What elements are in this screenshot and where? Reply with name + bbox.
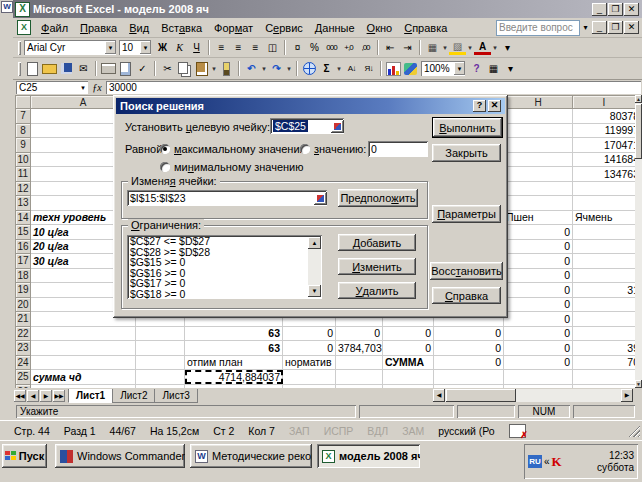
reset-button[interactable]: Восстановить — [430, 262, 503, 280]
toolbar-grip[interactable] — [18, 62, 21, 76]
chevron-down-icon[interactable]: ▾ — [105, 41, 116, 54]
cell-H12[interactable] — [504, 181, 573, 196]
mail-icon[interactable]: ✉ — [75, 61, 92, 77]
cell-I16[interactable] — [573, 239, 636, 254]
menu-Файл[interactable]: Файл — [35, 20, 74, 36]
scroll-up-icon[interactable]: ▲ — [308, 237, 321, 249]
add-button[interactable]: Добавить — [338, 234, 416, 251]
maximize-button[interactable]: ❐ — [608, 3, 623, 16]
chevron-down-icon[interactable]: ▾ — [441, 40, 449, 56]
borders-icon[interactable]: ▦ — [424, 40, 441, 56]
by-changing-field[interactable]: $I$15:$I$23 — [127, 190, 327, 206]
font-color-icon[interactable]: А — [474, 40, 491, 55]
insert-function-icon[interactable]: ƒx — [88, 82, 106, 93]
horizontal-scrollbar[interactable]: ◀ ▶ — [433, 389, 633, 402]
decrease-indent-icon[interactable]: ⇤ — [382, 40, 399, 56]
chart-wizard-icon[interactable] — [385, 61, 402, 77]
row-header-7[interactable]: 7 — [16, 109, 31, 124]
cell-H14[interactable]: Пшен — [504, 210, 573, 225]
kaspersky-icon[interactable]: K — [552, 454, 562, 470]
align-right-icon[interactable]: ≡ — [247, 40, 264, 56]
thousands-icon[interactable]: 000 — [323, 40, 340, 56]
workbook-restore-button[interactable]: ❐ — [608, 21, 623, 34]
taskbar-button[interactable]: Windows Commander 4.... — [55, 444, 185, 468]
constraints-scrollbar[interactable]: ▲ ▼ — [308, 237, 321, 297]
hyperlink-icon[interactable] — [301, 61, 318, 77]
cell-E24[interactable] — [336, 355, 383, 370]
name-box[interactable]: C25 ▾ — [16, 81, 88, 94]
save-icon[interactable] — [58, 61, 75, 77]
italic-icon[interactable]: К — [171, 40, 188, 56]
help-icon[interactable]: ? — [468, 61, 485, 77]
cell-H17[interactable]: 0 — [504, 254, 573, 269]
row-header-25[interactable]: 25 — [16, 370, 31, 385]
cell-I7[interactable]: 80378 — [573, 109, 636, 124]
collapse-dialog-icon[interactable] — [314, 192, 327, 205]
row-header-11[interactable]: 11 — [16, 167, 31, 182]
row-header-22[interactable]: 22 — [16, 326, 31, 341]
cell-D23[interactable]: 0 — [283, 341, 336, 356]
undo-icon[interactable]: ↶ — [243, 61, 260, 77]
cell-I8[interactable]: 119997 — [573, 123, 636, 138]
menu-Вставка[interactable]: Вставка — [155, 20, 208, 36]
constraint-item[interactable]: $G$18 >= 0 — [130, 289, 307, 300]
cell-C23[interactable]: 63 — [185, 341, 283, 356]
row-header-24[interactable]: 24 — [16, 355, 31, 370]
target-cell-field[interactable]: $C$25 — [270, 118, 344, 134]
sort-descending-icon[interactable]: Я↓ — [360, 61, 377, 77]
scrollbar-thumb[interactable] — [635, 104, 642, 159]
next-sheet-icon[interactable]: ▶ — [40, 390, 52, 402]
cell-I12[interactable] — [573, 181, 636, 196]
cell-H20[interactable]: 0 — [504, 297, 573, 312]
menu-Правка[interactable]: Правка — [74, 20, 123, 36]
cell-I9[interactable]: 170471 — [573, 138, 636, 153]
select-all-corner[interactable] — [16, 96, 31, 109]
increase-indent-icon[interactable]: ⇥ — [399, 40, 416, 56]
cell-H22[interactable]: 0 — [504, 326, 573, 341]
row-header-9[interactable]: 9 — [16, 138, 31, 153]
close-button[interactable]: ✕ — [624, 3, 639, 16]
cell-I10[interactable]: 141684 — [573, 152, 636, 167]
decrease-decimal-icon[interactable]: ,00 — [357, 40, 374, 56]
minimize-button[interactable]: _ — [592, 3, 607, 16]
underline-icon[interactable]: Ч — [188, 40, 205, 56]
sheet-tab-Лист3[interactable]: Лист3 — [154, 389, 197, 403]
cell-B24[interactable] — [136, 355, 185, 370]
row-header-8[interactable]: 8 — [16, 123, 31, 138]
spelling-icon[interactable]: ✓ — [134, 61, 151, 77]
cut-icon[interactable]: ✂ — [159, 61, 176, 77]
close-button[interactable]: Закрыть — [432, 144, 501, 162]
row-header-10[interactable]: 10 — [16, 152, 31, 167]
start-button[interactable]: Пуск — [2, 444, 47, 468]
chevron-down-icon[interactable]: ▾ — [335, 61, 343, 77]
autosum-icon[interactable]: Σ — [318, 61, 335, 77]
format-painter-icon[interactable] — [218, 61, 235, 77]
radio-value-label[interactable]: значению: — [314, 143, 366, 155]
print-preview-icon[interactable] — [117, 61, 134, 77]
paste-icon[interactable] — [193, 61, 210, 77]
cell-E22[interactable]: 0 — [336, 326, 383, 341]
row-header-15[interactable]: 15 — [16, 225, 31, 240]
cell-D24[interactable]: норматив — [283, 355, 336, 370]
currency-icon[interactable]: ¤ — [289, 40, 306, 56]
chevron-down-icon[interactable]: ▾ — [140, 41, 151, 54]
cell-H10[interactable] — [504, 152, 573, 167]
cell-E25[interactable] — [336, 370, 383, 385]
cell-A24[interactable] — [31, 355, 136, 370]
cell-G23[interactable]: 0 — [434, 341, 504, 356]
help-icon[interactable]: ? — [473, 100, 486, 112]
align-left-icon[interactable]: ≡ — [213, 40, 230, 56]
cell-I23[interactable]: 39 — [573, 341, 636, 356]
scroll-up-icon[interactable]: ▲ — [635, 95, 642, 103]
cell-H9[interactable] — [504, 138, 573, 153]
row-header-21[interactable]: 21 — [16, 312, 31, 327]
radio-min-label[interactable]: минимальному значению — [174, 161, 304, 173]
ask-question-input[interactable]: Введите вопрос — [496, 20, 580, 36]
scroll-left-icon[interactable]: ◀ — [433, 389, 445, 402]
cell-H16[interactable]: 0 — [504, 239, 573, 254]
resize-grip[interactable] — [628, 425, 640, 437]
sort-ascending-icon[interactable]: А↓ — [343, 61, 360, 77]
menu-Окно[interactable]: Окно — [361, 20, 399, 36]
cell-C22[interactable]: 63 — [185, 326, 283, 341]
cell-I17[interactable] — [573, 254, 636, 269]
